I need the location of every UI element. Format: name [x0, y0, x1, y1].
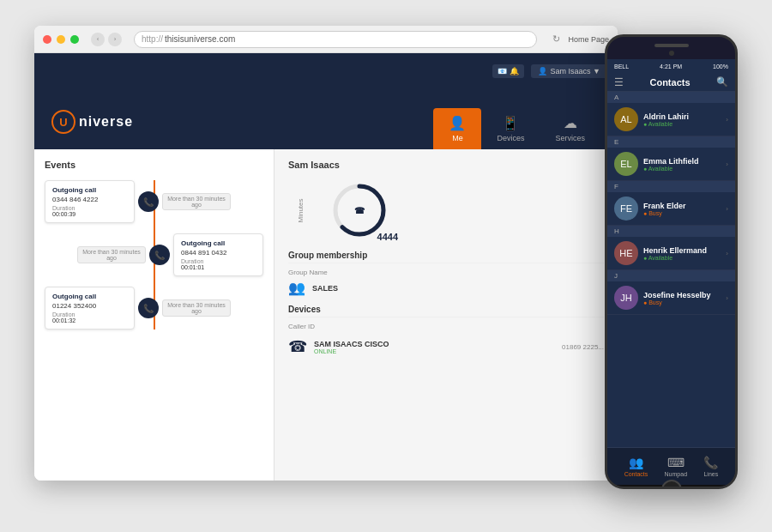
- browser-forward-button[interactable]: ›: [108, 33, 122, 46]
- event-duration-label-3: Duration: [52, 311, 127, 317]
- list-item[interactable]: JH Josefine Hesselby ● Busy ›: [607, 281, 735, 315]
- details-panel: Sam Isaacs Minutes ☎ 4444 Gro: [274, 149, 618, 481]
- user-menu-label: Sam Isaacs ▼: [551, 67, 600, 76]
- group-name-col-label: Group Name: [288, 269, 604, 276]
- details-title: Sam Isaacs: [288, 160, 604, 170]
- url-text: thisisuniverse.com: [165, 34, 235, 44]
- email-icon-box[interactable]: 📧 🔔: [492, 64, 524, 78]
- event-type-1: Outgoing call: [52, 186, 127, 194]
- phone-tab-numpad[interactable]: ⌨ Numpad: [665, 456, 687, 477]
- device-status: ONLINE: [314, 348, 555, 354]
- contacts-tab-icon: 👥: [629, 456, 643, 469]
- group-membership-heading: Group membership: [288, 251, 604, 263]
- avatar: EL: [614, 152, 638, 176]
- device-row: ☎ SAM ISAACS CISCO ONLINE 01869 2225...: [288, 334, 604, 360]
- user-menu[interactable]: 👤 Sam Isaacs ▼: [531, 64, 607, 78]
- nav-tab-devices-label: Devices: [497, 134, 524, 142]
- call-icon-3: 📞: [143, 304, 154, 313]
- contact-info: Henrik Ellermand ● Available: [643, 246, 721, 261]
- phone-camera: [669, 51, 674, 56]
- phone-tab-contacts[interactable]: 👥 Contacts: [624, 456, 648, 477]
- nav-tab-me-label: Me: [452, 134, 463, 142]
- logo-text: niverse: [79, 114, 133, 130]
- devices-section: Devices Caller ID ☎ SAM ISAACS CISCO ONL…: [288, 305, 604, 360]
- nav-tab-me[interactable]: 👤 Me: [433, 108, 481, 149]
- browser-dot-yellow: [57, 35, 65, 44]
- avatar: FE: [614, 196, 638, 221]
- contact-status: ● Available: [643, 121, 721, 127]
- device-number: 01869 2225...: [562, 343, 604, 351]
- event-duration-1: 00:00:39: [52, 211, 127, 217]
- list-item[interactable]: HE Henrik Ellermand ● Available ›: [607, 237, 735, 270]
- browser-dot-red: [43, 35, 51, 44]
- phone-search-icon[interactable]: 🔍: [716, 76, 728, 88]
- group-icon: 👥: [288, 280, 305, 296]
- user-avatar-icon: 👤: [538, 67, 547, 76]
- timeline-dot-1: 📞: [138, 191, 159, 212]
- numpad-tab-label: Numpad: [665, 471, 687, 477]
- chevron-right-icon: ›: [726, 294, 728, 302]
- svg-text:☎: ☎: [354, 206, 365, 215]
- scene: ‹ › http:// thisisuniverse.com ↻ Home Pa…: [17, 17, 755, 515]
- contact-name: Josefine Hesselby: [643, 291, 721, 299]
- call-icon-1: 📞: [143, 197, 154, 207]
- event-type-3: Outgoing call: [52, 293, 127, 300]
- event-number-3: 01224 352400: [52, 302, 127, 310]
- nav-tab-services[interactable]: ☁ Services: [540, 108, 600, 149]
- event-time-1: More than 30 minutes ago: [162, 193, 231, 210]
- contact-info: Emma Lithfield ● Available: [643, 157, 721, 172]
- contact-status: ● Available: [643, 166, 721, 172]
- gauge-section: Minutes ☎ 4444: [288, 180, 604, 240]
- group-name-value: SALES: [312, 284, 338, 293]
- event-duration-label-1: Duration: [52, 205, 127, 211]
- phone-speaker: [654, 44, 689, 47]
- app-header: 📧 🔔 👤 Sam Isaacs ▼: [34, 53, 618, 89]
- timeline-dot-2: 📞: [149, 245, 170, 265]
- device-info: SAM ISAACS CISCO ONLINE: [314, 340, 555, 354]
- event-card-2: Outgoing call 0844 891 0432 Duration 00:…: [173, 233, 263, 276]
- phone-menu-icon[interactable]: ☰: [614, 76, 624, 88]
- numpad-tab-icon: ⌨: [667, 456, 685, 469]
- logo-circle: U: [51, 110, 75, 134]
- list-item[interactable]: EL Emma Lithfield ● Available ›: [607, 148, 735, 181]
- contact-section-h: H: [607, 226, 735, 237]
- timeline-dot-3: 📞: [138, 298, 159, 318]
- contact-name: Frank Elder: [643, 202, 721, 210]
- event-duration-label-2: Duration: [181, 258, 256, 264]
- table-row: Outgoing call 01224 352400 Duration 00:0…: [45, 287, 263, 329]
- contact-name: Henrik Ellermand: [643, 246, 721, 255]
- nav-tab-devices[interactable]: 📱 Devices: [481, 108, 540, 149]
- chevron-right-icon: ›: [726, 116, 728, 124]
- avatar: AL: [614, 107, 638, 131]
- contact-status: ● Busy: [643, 210, 721, 216]
- event-number-1: 0344 846 4222: [52, 196, 127, 203]
- me-icon: 👤: [449, 115, 466, 131]
- phone-tab-lines[interactable]: 📞 Lines: [703, 456, 718, 477]
- timeline: Outgoing call 0344 846 4222 Duration 00:…: [45, 180, 263, 329]
- event-type-2: Outgoing call: [181, 239, 256, 247]
- contact-status: ● Available: [643, 255, 721, 261]
- group-membership-section: Group membership Group Name 👥 SALES: [288, 251, 604, 296]
- browser-back-button[interactable]: ‹: [91, 33, 105, 46]
- services-icon: ☁: [564, 115, 577, 131]
- list-item[interactable]: FE Frank Elder ● Busy ›: [607, 192, 735, 226]
- contact-info: Josefine Hesselby ● Busy: [643, 291, 721, 305]
- contact-status: ● Busy: [643, 299, 721, 305]
- browser-window: ‹ › http:// thisisuniverse.com ↻ Home Pa…: [34, 26, 618, 481]
- browser-url-bar[interactable]: http:// thisisuniverse.com: [134, 31, 537, 48]
- app-content: Events Outgoing call 0344 846 4222 Durat…: [34, 149, 618, 481]
- list-item[interactable]: AL Aldrin Lahiri ● Available ›: [607, 103, 735, 136]
- browser-refresh-button[interactable]: ↻: [549, 33, 563, 46]
- browser-bar: ‹ › http:// thisisuniverse.com ↻ Home Pa…: [34, 26, 618, 53]
- url-protocol: http://: [142, 34, 163, 44]
- phone-home-area: [607, 485, 735, 489]
- call-icon-2: 📞: [154, 251, 165, 260]
- devices-heading: Devices: [288, 305, 604, 317]
- event-duration-2: 00:01:01: [181, 264, 256, 270]
- contact-info: Frank Elder ● Busy: [643, 202, 721, 216]
- phone-carrier: BELL: [614, 63, 629, 70]
- nav-tab-services-label: Services: [555, 134, 585, 142]
- event-time-2: More than 30 minutes ago: [77, 246, 146, 263]
- contact-name: Aldrin Lahiri: [643, 112, 721, 121]
- events-title: Events: [45, 160, 263, 170]
